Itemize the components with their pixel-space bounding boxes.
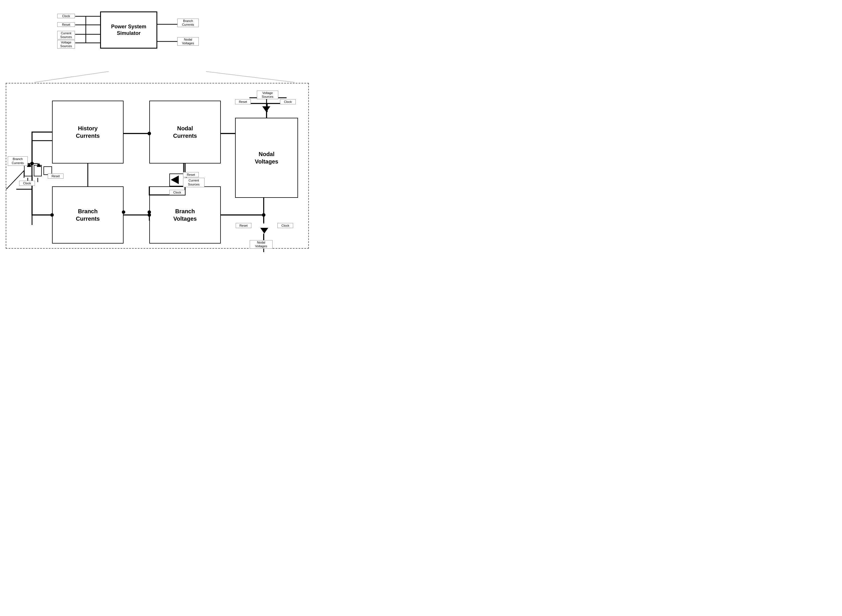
branch-currents-label: BranchCurrents: [76, 208, 100, 222]
diagram-container: Power SystemSimulator Clock Reset Curren…: [6, 6, 309, 252]
junction-left-feed: [30, 162, 34, 165]
nodal-curr-clock-label: Clock: [169, 190, 185, 195]
svg-marker-23: [171, 176, 179, 184]
pss-label: Power SystemSimulator: [111, 23, 146, 37]
history-currents-block: HistoryCurrents: [52, 101, 123, 163]
clock-left-label: Clock: [19, 180, 35, 186]
nodal-curr-reset-label: Reset: [183, 172, 199, 177]
junction-branch-voltages: [122, 210, 125, 214]
nodal-currents-block: NodalCurrents: [149, 101, 221, 163]
nodal-currents-label: NodalCurrents: [173, 125, 197, 139]
svg-line-7: [34, 72, 109, 82]
branch-voltages-block: BranchVoltages: [149, 186, 221, 243]
volt-sources-label: VoltageSources: [257, 91, 278, 99]
top-overview: Power SystemSimulator Clock Reset Curren…: [57, 6, 223, 72]
nodal-voltages-label: NodalVoltages: [255, 150, 278, 165]
branch-volt-clock-label: Clock: [278, 223, 293, 228]
main-dashed-box: HistoryCurrents NodalCurrents BranchCurr…: [6, 83, 309, 249]
branch-currents-input-label: BranchCurrents: [8, 156, 28, 166]
nodal-voltages-block: NodalVoltages: [235, 118, 298, 198]
junction-nodal-hist: [148, 132, 151, 135]
branch-currents-block: BranchCurrents: [52, 186, 123, 243]
top-clock-label: Clock: [57, 14, 75, 18]
nodal-curr-current-sources-label: CurrentSources: [183, 178, 204, 187]
reset-left-label: Reset: [48, 173, 63, 179]
svg-line-8: [206, 72, 295, 82]
history-currents-label: HistoryCurrents: [76, 125, 100, 139]
pss-box: Power SystemSimulator: [100, 12, 157, 48]
top-reset-label: Reset: [57, 22, 75, 27]
top-branch-currents-label: BranchCurrents: [177, 19, 199, 27]
top-current-sources-label: CurrentSources: [57, 31, 75, 40]
junction-branch-2: [148, 210, 151, 214]
junction-left-hist: [50, 213, 54, 217]
register-2-triangle: [37, 163, 41, 167]
nodal-volt-reset-label: Reset: [235, 99, 251, 104]
branch-voltages-label: BranchVoltages: [173, 208, 197, 222]
branch-volt-reset-label: Reset: [236, 223, 251, 228]
branch-volt-arrow-down: [260, 228, 268, 233]
nodal-volt-output-label: NodalVoltages: [250, 240, 273, 249]
junction-nodal-volt: [262, 213, 265, 217]
top-voltage-sources-label: VoltageSources: [57, 40, 75, 48]
nodal-curr-triangle-svg: [171, 176, 179, 184]
nodal-volt-arrow-down: [262, 106, 270, 112]
top-nodal-voltages-label: NodalVoltages: [177, 37, 199, 46]
nodal-volt-clock-label: Clock: [280, 99, 296, 104]
